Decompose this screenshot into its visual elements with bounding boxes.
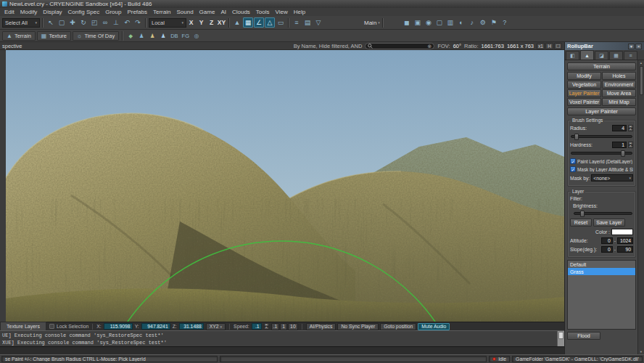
menu-item[interactable]: Help bbox=[291, 8, 308, 16]
material-icon[interactable]: ◎ bbox=[191, 31, 202, 41]
monitor-icon[interactable]: ▢ bbox=[434, 17, 445, 28]
menu-item[interactable]: Prefabs bbox=[124, 8, 150, 16]
scrollbar-thumb[interactable] bbox=[558, 332, 564, 339]
y-coordinate-input[interactable]: 947.8241 bbox=[141, 323, 170, 330]
sound-icon[interactable]: ♪ bbox=[467, 17, 477, 28]
spin-down-icon[interactable]: ▾ bbox=[628, 145, 633, 149]
get-physics-state-icon[interactable]: ▭ bbox=[276, 17, 286, 28]
radius-spinner[interactable]: ▴▾ bbox=[628, 125, 633, 131]
tab-modelling[interactable]: ◪ bbox=[595, 51, 608, 60]
viewport-toggle-button[interactable]: Goto position bbox=[380, 323, 416, 330]
snap-grid-icon[interactable]: ▦ bbox=[243, 17, 253, 28]
select-area-icon[interactable]: ▢ bbox=[57, 17, 67, 28]
viewport-toggle-button[interactable]: AI/Physics bbox=[306, 323, 337, 330]
move-icon[interactable]: ✚ bbox=[67, 17, 78, 28]
scroll-up-icon[interactable]: ▴ bbox=[640, 60, 642, 65]
plane-lock-dropdown[interactable]: XY2 ▾ bbox=[206, 323, 226, 330]
helpers-button[interactable]: H bbox=[545, 43, 553, 49]
menu-item[interactable]: Clouds bbox=[229, 8, 253, 16]
ruler-icon[interactable]: △ bbox=[265, 17, 275, 28]
axis-constraint-button[interactable]: Y bbox=[197, 18, 206, 28]
mask-by-altitude-checkbox[interactable]: ✓ bbox=[570, 166, 576, 172]
slope-min-input[interactable]: 0 bbox=[601, 246, 613, 253]
texture-layers-tab[interactable]: Texture Layers bbox=[0, 322, 46, 330]
tab-objects[interactable]: ◧ bbox=[566, 51, 579, 60]
lock-selection-label[interactable]: Lock Selection bbox=[57, 324, 88, 329]
maximize-viewport-button[interactable]: ▢ bbox=[554, 43, 562, 49]
redo-icon[interactable]: ↷ bbox=[133, 17, 143, 28]
lock-selection-checkbox[interactable] bbox=[49, 324, 54, 329]
search-input[interactable] bbox=[374, 43, 426, 49]
rollup-terrain-header[interactable]: Terrain bbox=[567, 62, 636, 70]
align-icon[interactable]: ⊥ bbox=[111, 17, 121, 28]
axis-constraint-button[interactable]: XY bbox=[217, 18, 226, 28]
flowgraph-icon[interactable]: FG bbox=[181, 31, 191, 41]
console-scrollbar[interactable] bbox=[557, 331, 564, 346]
rollupbar-menu-button[interactable]: ▾ bbox=[628, 44, 635, 49]
rollupbar-close-button[interactable]: × bbox=[635, 44, 642, 49]
link-icon[interactable]: ∞ bbox=[100, 17, 110, 28]
select-icon[interactable]: ↖ bbox=[46, 17, 56, 28]
terrain-panel-button[interactable]: Move Area bbox=[602, 89, 636, 97]
layer-list-item[interactable]: Grass bbox=[568, 268, 635, 275]
layer-list-icon[interactable]: ≡ bbox=[292, 17, 302, 28]
axis-constraint-button[interactable]: Z bbox=[207, 18, 216, 28]
filter-list-icon[interactable]: ▽ bbox=[313, 17, 323, 28]
search-filter-label[interactable]: By Name, Hide filtered, AND bbox=[294, 43, 363, 49]
terrain-panel-button[interactable]: Mini Map bbox=[602, 98, 636, 106]
terrain-button[interactable]: ▲Terrain bbox=[2, 31, 36, 41]
undo-icon[interactable]: ↶ bbox=[122, 17, 132, 28]
menu-item[interactable]: Sound bbox=[173, 8, 196, 16]
speed-preset-button[interactable]: .1 bbox=[271, 323, 280, 330]
slider-thumb[interactable] bbox=[621, 150, 625, 157]
spin-down-icon[interactable]: ▾ bbox=[628, 129, 633, 132]
follow-terrain-icon[interactable]: ▲ bbox=[232, 17, 242, 28]
help-icon[interactable]: ? bbox=[500, 17, 510, 28]
speed-preset-button[interactable]: 1 bbox=[280, 323, 287, 330]
time-of-day-button[interactable]: ☼Time Of Day bbox=[73, 31, 119, 41]
menu-item[interactable]: Modify bbox=[17, 8, 41, 16]
terrain-panel-button[interactable]: Layer Painter bbox=[567, 89, 601, 97]
slider-thumb[interactable] bbox=[580, 211, 585, 217]
save-layer-button[interactable]: Save Layer bbox=[593, 219, 625, 227]
physics-tool-icon[interactable]: ◐ bbox=[456, 17, 466, 28]
scale-icon[interactable]: ◰ bbox=[89, 17, 99, 28]
hardness-input[interactable]: 1 bbox=[612, 142, 627, 148]
menu-item[interactable]: Group bbox=[102, 8, 124, 16]
reference-coordsys-dropdown[interactable]: Local ▾ bbox=[149, 18, 186, 28]
axis-constraint-button[interactable]: X bbox=[186, 18, 196, 28]
x-coordinate-input[interactable]: 115.9098 bbox=[104, 323, 133, 330]
rotate-icon[interactable]: ↻ bbox=[78, 17, 88, 28]
viewport-3d[interactable] bbox=[6, 50, 564, 322]
layer-list-item[interactable]: Default bbox=[568, 261, 635, 268]
console-input[interactable] bbox=[0, 346, 564, 354]
tab-display[interactable]: ▦ bbox=[609, 51, 623, 60]
snap-angle-icon[interactable]: ∠ bbox=[254, 17, 264, 28]
camera-icon[interactable]: ◉ bbox=[424, 17, 434, 28]
menu-item[interactable]: Edit bbox=[1, 8, 17, 16]
paint-layerid-checkbox[interactable]: ✓ bbox=[570, 158, 576, 164]
texture-button[interactable]: ▦Texture bbox=[37, 31, 71, 41]
viewport-caption[interactable]: spective bbox=[2, 43, 22, 49]
ai-actor-icon[interactable]: ♟ bbox=[147, 31, 157, 41]
cube-icon[interactable]: ◼ bbox=[402, 17, 412, 28]
scale-x1-button[interactable]: x1 bbox=[537, 43, 545, 49]
clear-search-icon[interactable]: ⊗ bbox=[428, 44, 432, 49]
menu-item[interactable]: Tools bbox=[253, 8, 273, 16]
flood-button[interactable]: Flood bbox=[567, 332, 600, 340]
gear-icon[interactable]: ⚙ bbox=[478, 17, 488, 28]
viewport-toggle-button[interactable]: No Sync Player bbox=[337, 323, 379, 330]
speed-input[interactable]: .1 bbox=[252, 323, 262, 330]
z-coordinate-input[interactable]: 31.1488 bbox=[179, 323, 204, 330]
search-box[interactable]: ⊗ bbox=[365, 43, 434, 49]
terrain-panel-button[interactable]: Voxel Painter bbox=[567, 98, 601, 106]
slider-thumb[interactable] bbox=[574, 134, 579, 140]
speed-preset-button[interactable]: 10 bbox=[288, 323, 298, 330]
spin-down-icon[interactable]: ▾ bbox=[264, 327, 269, 330]
terrain-panel-button[interactable]: Modify bbox=[567, 72, 601, 80]
scroll-down-icon[interactable]: ▾ bbox=[640, 349, 642, 354]
group-objects-icon[interactable]: ▣ bbox=[413, 17, 423, 28]
ai-nav-icon[interactable]: ♟ bbox=[158, 31, 168, 41]
menu-item[interactable]: Terrain bbox=[150, 8, 173, 16]
menu-item[interactable]: View bbox=[273, 8, 291, 16]
